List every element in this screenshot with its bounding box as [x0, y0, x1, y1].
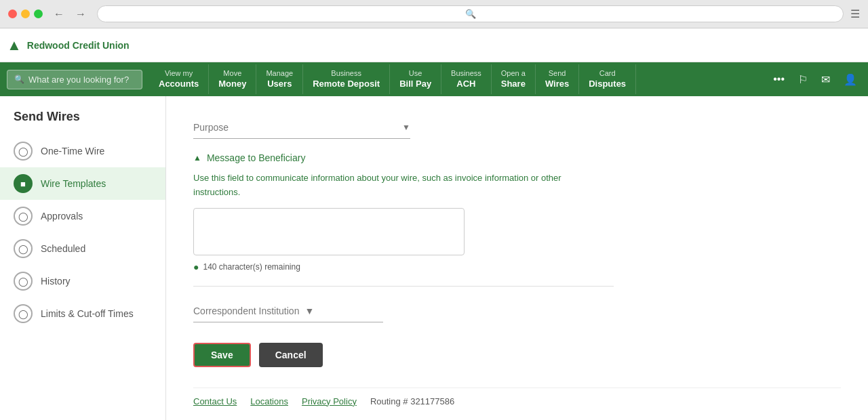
content-area: Purpose ▼ ▲ Message to Beneficiary Use t… [166, 96, 868, 420]
profile-button[interactable]: 👤 [838, 69, 863, 90]
save-button[interactable]: Save [193, 343, 251, 367]
nav-main-users: Users [266, 79, 293, 90]
nav-sub-remote-deposit: Business [313, 68, 380, 78]
purpose-dropdown[interactable]: Purpose ▼ [193, 117, 410, 139]
nav-sub-ach: Business [451, 68, 481, 78]
nav-main-accounts: Accounts [159, 79, 199, 90]
search-placeholder: What are you looking for? [28, 75, 129, 85]
section-divider [193, 286, 614, 287]
traffic-lights [8, 9, 43, 18]
sidebar-label-scheduled: Scheduled [41, 243, 85, 254]
nav-sub-bill-pay: Use [399, 68, 431, 78]
browser-menu-icon: ☰ [850, 7, 860, 20]
nav-main-share: Share [501, 79, 526, 90]
square-icon: ■ [14, 174, 33, 193]
logo-area: ▲ Redwood Credit Union [7, 37, 140, 54]
correspondent-dropdown[interactable]: Correspondent Institution ▼ [193, 300, 383, 322]
nav-bar: 🔍 What are you looking for? View my Acco… [0, 62, 868, 96]
sidebar-label-one-time-wire: One-Time Wire [41, 146, 104, 156]
nav-main-money: Money [218, 79, 246, 90]
app-container: ▲ Redwood Credit Union 🔍 What are you lo… [0, 28, 868, 420]
sidebar-label-limits: Limits & Cut-off Times [41, 308, 134, 319]
nav-actions: ••• ⚐ ✉ 👤 [768, 69, 868, 90]
privacy-policy-link[interactable]: Privacy Policy [302, 396, 357, 406]
nav-sub-users: Manage [266, 68, 293, 78]
nav-item-share[interactable]: Open a Share [492, 64, 536, 93]
nav-main-bill-pay: Bill Pay [399, 79, 431, 90]
message-beneficiary-header[interactable]: ▲ Message to Beneficiary [193, 152, 841, 163]
circle-icon: ◯ [14, 142, 33, 161]
limits-clock-icon: ◯ [14, 304, 33, 323]
nav-sub-disputes: Card [589, 68, 626, 78]
sidebar-label-wire-templates: Wire Templates [41, 178, 106, 189]
message-beneficiary-label: Message to Beneficiary [207, 152, 306, 163]
nav-sub-accounts: View my [159, 68, 199, 78]
action-buttons: Save Cancel [193, 343, 841, 367]
sidebar-label-history: History [41, 276, 71, 287]
nav-main-ach: ACH [451, 79, 481, 90]
search-icon: 🔍 [465, 9, 476, 19]
locations-link[interactable]: Locations [250, 396, 288, 406]
sidebar-item-history[interactable]: ◯ History [0, 265, 165, 297]
nav-item-bill-pay[interactable]: Use Bill Pay [390, 64, 441, 93]
nav-main-remote-deposit: Remote Deposit [313, 79, 380, 90]
purpose-label: Purpose [193, 122, 229, 133]
sidebar-item-approvals[interactable]: ◯ Approvals [0, 200, 165, 232]
sidebar-label-approvals: Approvals [41, 211, 83, 222]
main-layout: Send Wires ◯ One-Time Wire ■ Wire Templa… [0, 96, 868, 420]
sidebar-item-one-time-wire[interactable]: ◯ One-Time Wire [0, 135, 165, 167]
message-textarea[interactable] [193, 208, 465, 255]
logo-text: Redwood Credit Union [27, 40, 130, 51]
cancel-button[interactable]: Cancel [259, 343, 323, 367]
notifications-button[interactable]: ⚐ [793, 69, 813, 90]
nav-sub-share: Open a [501, 68, 526, 78]
contact-us-link[interactable]: Contact Us [193, 396, 237, 406]
purpose-form-group: Purpose ▼ [193, 117, 841, 139]
nav-sub-money: Move [218, 68, 246, 78]
purpose-dropdown-arrow: ▼ [402, 123, 410, 132]
browser-chrome: ← → 🔍 ☰ [0, 0, 868, 28]
check-circle-icon: ◯ [14, 207, 33, 226]
correspondent-label: Correspondent Institution [193, 306, 299, 316]
app-header: ▲ Redwood Credit Union [0, 28, 868, 62]
forward-button[interactable]: → [71, 7, 90, 22]
nav-items: View my Accounts Move Money Manage Users… [149, 64, 768, 93]
nav-item-disputes[interactable]: Card Disputes [579, 64, 636, 93]
char-count: ● 140 character(s) remaining [193, 261, 841, 272]
sidebar-item-wire-templates[interactable]: ■ Wire Templates [0, 167, 165, 200]
nav-item-users[interactable]: Manage Users [256, 64, 303, 93]
nav-item-accounts[interactable]: View my Accounts [149, 64, 209, 93]
search-icon: 🔍 [14, 75, 24, 84]
minimize-button[interactable] [21, 9, 30, 18]
sidebar-item-scheduled[interactable]: ◯ Scheduled [0, 232, 165, 265]
nav-main-disputes: Disputes [589, 79, 626, 90]
more-button[interactable]: ••• [768, 69, 790, 89]
back-button[interactable]: ← [50, 7, 68, 22]
nav-item-remote-deposit[interactable]: Business Remote Deposit [303, 64, 390, 93]
nav-item-money[interactable]: Move Money [209, 64, 256, 93]
browser-navigation: ← → [50, 7, 90, 22]
collapse-arrow-icon: ▲ [193, 153, 201, 163]
nav-sub-wires: Send [545, 68, 569, 78]
sidebar: Send Wires ◯ One-Time Wire ■ Wire Templa… [0, 96, 166, 420]
char-icon: ● [193, 261, 199, 272]
address-bar[interactable]: 🔍 [97, 5, 844, 22]
message-info-text: Use this field to communicate informatio… [193, 171, 600, 200]
clock-icon: ◯ [14, 239, 33, 258]
history-clock-icon: ◯ [14, 272, 33, 291]
search-box[interactable]: 🔍 What are you looking for? [7, 70, 142, 89]
messages-button[interactable]: ✉ [816, 69, 835, 90]
sidebar-title: Send Wires [0, 110, 165, 135]
routing-number: Routing # 321177586 [370, 396, 454, 406]
correspondent-dropdown-arrow: ▼ [304, 306, 314, 316]
footer-links: Contact Us Locations Privacy Policy Rout… [193, 387, 841, 415]
close-button[interactable] [8, 9, 17, 18]
nav-item-wires[interactable]: Send Wires [536, 64, 579, 93]
logo-icon: ▲ [7, 37, 22, 54]
sidebar-item-limits[interactable]: ◯ Limits & Cut-off Times [0, 297, 165, 330]
char-remaining-text: 140 character(s) remaining [203, 262, 300, 272]
nav-main-wires: Wires [545, 79, 569, 90]
nav-item-ach[interactable]: Business ACH [441, 64, 492, 93]
maximize-button[interactable] [34, 9, 43, 18]
